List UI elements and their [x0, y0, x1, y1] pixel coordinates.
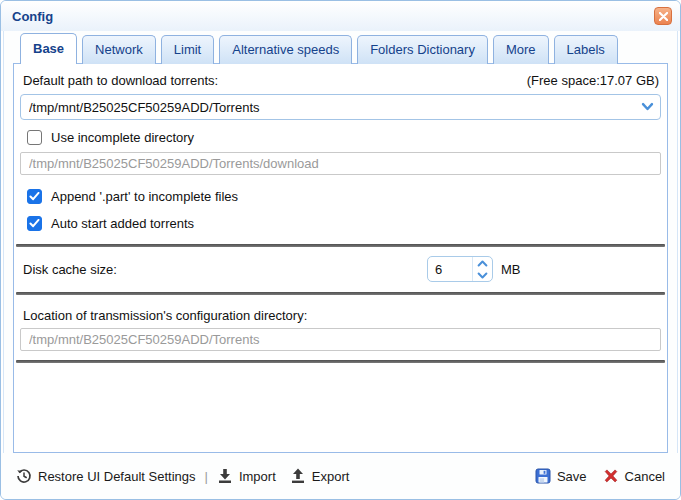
footer: Restore UI Default Settings | Import — [1, 453, 680, 499]
auto-start-checkbox[interactable] — [27, 216, 42, 231]
auto-start-label[interactable]: Auto start added torrents — [51, 216, 194, 231]
free-space-label: (Free space:17.07 GB) — [527, 73, 659, 88]
save-label: Save — [557, 469, 587, 484]
tab-alternative-speeds[interactable]: Alternative speeds — [219, 35, 352, 64]
config-dir-field — [20, 328, 661, 351]
incomplete-dir-field — [20, 152, 661, 175]
tab-more[interactable]: More — [493, 35, 549, 64]
spinner-up-button[interactable] — [473, 257, 492, 269]
incomplete-dir-input — [21, 156, 660, 171]
import-label: Import — [239, 469, 276, 484]
use-incomplete-row: Use incomplete directory — [27, 129, 667, 146]
check-icon — [29, 192, 40, 201]
check-icon — [29, 219, 40, 228]
export-button[interactable]: Export — [290, 468, 350, 484]
save-floppy-icon — [535, 468, 551, 484]
spinner-buttons — [472, 257, 492, 281]
import-button[interactable]: Import — [217, 468, 276, 484]
use-incomplete-checkbox[interactable] — [27, 130, 42, 145]
config-dir-input — [21, 332, 660, 347]
save-button[interactable]: Save — [535, 468, 587, 484]
separator — [16, 244, 665, 247]
chevron-down-icon — [641, 102, 654, 112]
restore-defaults-button[interactable]: Restore UI Default Settings — [16, 468, 196, 484]
titlebar: Config — [1, 1, 680, 31]
append-part-checkbox[interactable] — [27, 189, 42, 204]
cancel-button[interactable]: Cancel — [603, 468, 665, 484]
dialog-title: Config — [12, 9, 654, 24]
append-part-row: Append '.part' to incomplete files — [27, 188, 667, 205]
tab-network[interactable]: Network — [82, 35, 156, 64]
disk-cache-label: Disk cache size: — [23, 262, 427, 277]
default-path-label: Default path to download torrents: — [23, 73, 218, 88]
use-incomplete-label[interactable]: Use incomplete directory — [51, 130, 194, 145]
tab-labels[interactable]: Labels — [554, 35, 618, 64]
close-button[interactable] — [654, 7, 672, 25]
config-dir-label: Location of transmission's configuration… — [23, 308, 307, 323]
chevron-down-icon — [477, 272, 488, 279]
auto-start-row: Auto start added torrents — [27, 215, 667, 232]
close-icon — [659, 12, 668, 21]
export-label: Export — [312, 469, 350, 484]
separator — [16, 292, 665, 295]
restore-defaults-label: Restore UI Default Settings — [38, 469, 196, 484]
spinner-down-button[interactable] — [473, 269, 492, 281]
combobox-dropdown-trigger[interactable] — [634, 95, 660, 119]
tab-base[interactable]: Base — [20, 33, 77, 64]
tab-strip: Base Network Limit Alternative speeds Fo… — [1, 31, 680, 63]
default-path-input[interactable] — [21, 100, 634, 115]
restore-history-icon — [16, 468, 32, 484]
disk-cache-input[interactable] — [428, 257, 472, 281]
import-download-icon — [217, 468, 233, 484]
tab-limit[interactable]: Limit — [161, 35, 214, 64]
cancel-x-icon — [603, 468, 619, 484]
disk-cache-row: Disk cache size: MB — [23, 256, 661, 282]
default-path-combobox[interactable] — [20, 94, 661, 120]
disk-cache-spinner[interactable] — [427, 256, 493, 282]
tab-folders-dictionary[interactable]: Folders Dictionary — [357, 35, 488, 64]
panel-spacer — [14, 363, 667, 452]
chevron-up-icon — [477, 260, 488, 267]
base-tab-panel: Default path to download torrents: (Free… — [13, 63, 668, 453]
config-dialog: Config Base Network Limit Alternative sp… — [0, 0, 681, 500]
cancel-label: Cancel — [625, 469, 665, 484]
export-upload-icon — [290, 468, 306, 484]
footer-divider: | — [205, 469, 208, 484]
append-part-label[interactable]: Append '.part' to incomplete files — [51, 189, 238, 204]
disk-cache-unit: MB — [501, 262, 521, 277]
